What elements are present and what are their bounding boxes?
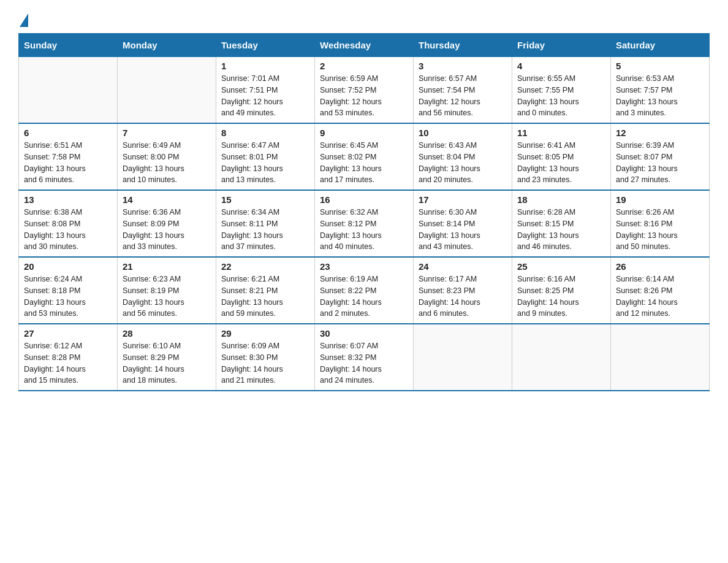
day-number: 12 — [616, 128, 704, 138]
day-number: 20 — [24, 261, 112, 272]
day-info: Sunrise: 6:23 AM Sunset: 8:19 PM Dayligh… — [123, 274, 211, 320]
day-info: Sunrise: 6:24 AM Sunset: 8:18 PM Dayligh… — [24, 274, 112, 320]
day-number: 28 — [123, 328, 211, 339]
day-number: 8 — [221, 128, 309, 138]
calendar-cell: 30Sunrise: 6:07 AM Sunset: 8:32 PM Dayli… — [315, 324, 414, 391]
weekday-header: Tuesday — [216, 34, 315, 57]
day-number: 19 — [616, 194, 704, 205]
calendar-cell: 18Sunrise: 6:28 AM Sunset: 8:15 PM Dayli… — [512, 190, 611, 257]
calendar-week-row: 1Sunrise: 7:01 AM Sunset: 7:51 PM Daylig… — [19, 57, 710, 124]
day-info: Sunrise: 6:21 AM Sunset: 8:21 PM Dayligh… — [221, 274, 309, 320]
calendar-cell: 10Sunrise: 6:43 AM Sunset: 8:04 PM Dayli… — [414, 123, 512, 190]
day-info: Sunrise: 6:49 AM Sunset: 8:00 PM Dayligh… — [123, 140, 211, 186]
day-number: 10 — [419, 128, 507, 138]
calendar-cell: 28Sunrise: 6:10 AM Sunset: 8:29 PM Dayli… — [118, 324, 216, 391]
day-info: Sunrise: 6:59 AM Sunset: 7:52 PM Dayligh… — [320, 73, 408, 119]
calendar-week-row: 20Sunrise: 6:24 AM Sunset: 8:18 PM Dayli… — [19, 257, 710, 324]
day-number: 22 — [221, 261, 309, 272]
weekday-header: Friday — [512, 34, 611, 57]
calendar-cell — [118, 57, 216, 124]
calendar-cell: 21Sunrise: 6:23 AM Sunset: 8:19 PM Dayli… — [118, 257, 216, 324]
calendar-cell: 26Sunrise: 6:14 AM Sunset: 8:26 PM Dayli… — [611, 257, 710, 324]
calendar-cell: 23Sunrise: 6:19 AM Sunset: 8:22 PM Dayli… — [315, 257, 414, 324]
calendar-cell — [19, 57, 118, 124]
day-info: Sunrise: 6:45 AM Sunset: 8:02 PM Dayligh… — [320, 140, 408, 186]
logo — [18, 12, 28, 27]
day-info: Sunrise: 6:14 AM Sunset: 8:26 PM Dayligh… — [616, 274, 704, 320]
calendar-header: SundayMondayTuesdayWednesdayThursdayFrid… — [19, 34, 710, 57]
day-info: Sunrise: 6:47 AM Sunset: 8:01 PM Dayligh… — [221, 140, 309, 186]
calendar-cell — [512, 324, 611, 391]
calendar-cell — [611, 324, 710, 391]
day-info: Sunrise: 6:19 AM Sunset: 8:22 PM Dayligh… — [320, 274, 408, 320]
calendar-cell: 5Sunrise: 6:53 AM Sunset: 7:57 PM Daylig… — [611, 57, 710, 124]
day-info: Sunrise: 7:01 AM Sunset: 7:51 PM Dayligh… — [221, 73, 309, 119]
calendar-cell: 2Sunrise: 6:59 AM Sunset: 7:52 PM Daylig… — [315, 57, 414, 124]
calendar-cell: 8Sunrise: 6:47 AM Sunset: 8:01 PM Daylig… — [216, 123, 315, 190]
calendar-cell: 22Sunrise: 6:21 AM Sunset: 8:21 PM Dayli… — [216, 257, 315, 324]
day-number: 3 — [419, 61, 507, 71]
day-number: 17 — [419, 194, 507, 205]
day-number: 18 — [517, 194, 605, 205]
day-number: 11 — [517, 128, 605, 138]
day-info: Sunrise: 6:17 AM Sunset: 8:23 PM Dayligh… — [419, 274, 507, 320]
page-header — [18, 12, 710, 27]
weekday-header-row: SundayMondayTuesdayWednesdayThursdayFrid… — [19, 34, 710, 57]
day-number: 9 — [320, 128, 408, 138]
day-number: 23 — [320, 261, 408, 272]
day-number: 21 — [123, 261, 211, 272]
day-info: Sunrise: 6:51 AM Sunset: 7:58 PM Dayligh… — [24, 140, 112, 186]
calendar-cell: 3Sunrise: 6:57 AM Sunset: 7:54 PM Daylig… — [414, 57, 512, 124]
calendar-cell: 17Sunrise: 6:30 AM Sunset: 8:14 PM Dayli… — [414, 190, 512, 257]
weekday-header: Saturday — [611, 34, 710, 57]
weekday-header: Monday — [118, 34, 216, 57]
day-info: Sunrise: 6:39 AM Sunset: 8:07 PM Dayligh… — [616, 140, 704, 186]
day-number: 13 — [24, 194, 112, 205]
calendar-cell: 1Sunrise: 7:01 AM Sunset: 7:51 PM Daylig… — [216, 57, 315, 124]
calendar-cell: 29Sunrise: 6:09 AM Sunset: 8:30 PM Dayli… — [216, 324, 315, 391]
day-info: Sunrise: 6:55 AM Sunset: 7:55 PM Dayligh… — [517, 73, 605, 119]
calendar-cell: 15Sunrise: 6:34 AM Sunset: 8:11 PM Dayli… — [216, 190, 315, 257]
calendar-cell: 25Sunrise: 6:16 AM Sunset: 8:25 PM Dayli… — [512, 257, 611, 324]
calendar-cell: 4Sunrise: 6:55 AM Sunset: 7:55 PM Daylig… — [512, 57, 611, 124]
day-number: 16 — [320, 194, 408, 205]
day-number: 24 — [419, 261, 507, 272]
day-number: 1 — [221, 61, 309, 71]
day-info: Sunrise: 6:10 AM Sunset: 8:29 PM Dayligh… — [123, 340, 211, 386]
calendar-cell: 27Sunrise: 6:12 AM Sunset: 8:28 PM Dayli… — [19, 324, 118, 391]
day-info: Sunrise: 6:30 AM Sunset: 8:14 PM Dayligh… — [419, 207, 507, 253]
calendar-body: 1Sunrise: 7:01 AM Sunset: 7:51 PM Daylig… — [19, 57, 710, 391]
day-info: Sunrise: 6:38 AM Sunset: 8:08 PM Dayligh… — [24, 207, 112, 253]
day-info: Sunrise: 6:26 AM Sunset: 8:16 PM Dayligh… — [616, 207, 704, 253]
day-info: Sunrise: 6:34 AM Sunset: 8:11 PM Dayligh… — [221, 207, 309, 253]
day-number: 26 — [616, 261, 704, 272]
day-number: 4 — [517, 61, 605, 71]
calendar-cell: 6Sunrise: 6:51 AM Sunset: 7:58 PM Daylig… — [19, 123, 118, 190]
day-number: 27 — [24, 328, 112, 339]
calendar-cell: 7Sunrise: 6:49 AM Sunset: 8:00 PM Daylig… — [118, 123, 216, 190]
weekday-header: Wednesday — [315, 34, 414, 57]
day-info: Sunrise: 6:43 AM Sunset: 8:04 PM Dayligh… — [419, 140, 507, 186]
day-number: 30 — [320, 328, 408, 339]
day-info: Sunrise: 6:09 AM Sunset: 8:30 PM Dayligh… — [221, 340, 309, 386]
calendar-cell: 24Sunrise: 6:17 AM Sunset: 8:23 PM Dayli… — [414, 257, 512, 324]
day-number: 2 — [320, 61, 408, 71]
calendar-cell: 12Sunrise: 6:39 AM Sunset: 8:07 PM Dayli… — [611, 123, 710, 190]
day-number: 29 — [221, 328, 309, 339]
calendar-week-row: 27Sunrise: 6:12 AM Sunset: 8:28 PM Dayli… — [19, 324, 710, 391]
calendar-week-row: 6Sunrise: 6:51 AM Sunset: 7:58 PM Daylig… — [19, 123, 710, 190]
weekday-header: Thursday — [414, 34, 512, 57]
calendar-cell: 19Sunrise: 6:26 AM Sunset: 8:16 PM Dayli… — [611, 190, 710, 257]
calendar-week-row: 13Sunrise: 6:38 AM Sunset: 8:08 PM Dayli… — [19, 190, 710, 257]
calendar-cell: 20Sunrise: 6:24 AM Sunset: 8:18 PM Dayli… — [19, 257, 118, 324]
day-info: Sunrise: 6:07 AM Sunset: 8:32 PM Dayligh… — [320, 340, 408, 386]
calendar-cell — [414, 324, 512, 391]
day-info: Sunrise: 6:16 AM Sunset: 8:25 PM Dayligh… — [517, 274, 605, 320]
day-info: Sunrise: 6:32 AM Sunset: 8:12 PM Dayligh… — [320, 207, 408, 253]
day-info: Sunrise: 6:53 AM Sunset: 7:57 PM Dayligh… — [616, 73, 704, 119]
day-number: 5 — [616, 61, 704, 71]
weekday-header: Sunday — [19, 34, 118, 57]
day-number: 6 — [24, 128, 112, 138]
day-info: Sunrise: 6:28 AM Sunset: 8:15 PM Dayligh… — [517, 207, 605, 253]
day-number: 7 — [123, 128, 211, 138]
